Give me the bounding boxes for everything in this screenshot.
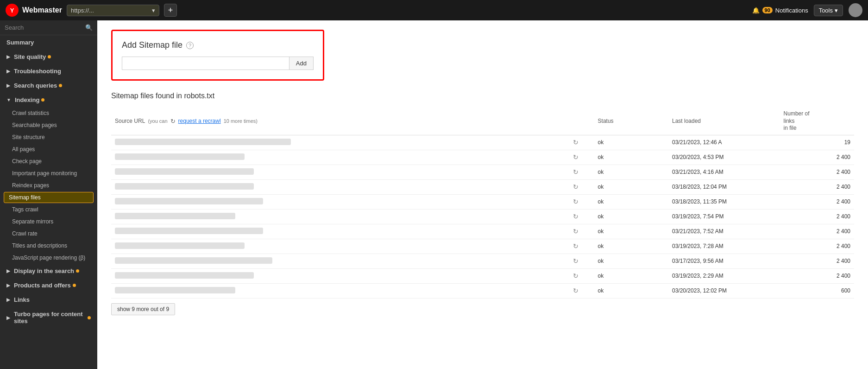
- add-label: Add: [296, 60, 307, 67]
- search-input[interactable]: [5, 24, 82, 31]
- sidebar-item-important-page[interactable]: Important page monitoring: [0, 167, 97, 179]
- reload-icon[interactable]: ↻: [573, 287, 579, 294]
- sidebar-item-titles-descriptions[interactable]: Titles and descriptions: [0, 240, 97, 252]
- status-cell: ok: [594, 239, 668, 254]
- reload-cell[interactable]: ↻: [557, 135, 594, 150]
- sidebar-search-area: 🔍: [0, 20, 97, 35]
- sidebar-item-label: Turbo pages for content sites: [14, 311, 86, 324]
- source-url-label: Source URL: [115, 118, 145, 124]
- section-title: Sitemap files found in robots.txt: [111, 92, 854, 100]
- sidebar-item-label: Search queries: [14, 82, 57, 89]
- last-loaded-cell: 03/19/2023, 7:28 AM: [668, 239, 780, 254]
- sidebar-item-display-in-search[interactable]: ▶ Display in the search: [0, 264, 97, 278]
- show-more-label: show 9 more out of 9: [117, 306, 169, 312]
- show-more-button[interactable]: show 9 more out of 9: [111, 303, 175, 315]
- info-icon[interactable]: ?: [186, 42, 194, 49]
- sidebar-item-crawl-rate[interactable]: Crawl rate: [0, 228, 97, 240]
- sidebar-item-label: Check page: [12, 158, 42, 165]
- reload-icon[interactable]: ↻: [573, 242, 579, 250]
- reload-icon[interactable]: ↻: [573, 228, 579, 235]
- last-loaded-cell: 03/18/2023, 12:04 PM: [668, 179, 780, 194]
- refresh-icon: ↻: [170, 118, 176, 125]
- url-cell: [111, 239, 557, 254]
- reload-icon[interactable]: ↻: [573, 198, 579, 205]
- table-row: ↻ok03/18/2023, 12:04 PM2 400: [111, 179, 854, 194]
- sidebar-item-turbo-pages[interactable]: ▶ Turbo pages for content sites: [0, 307, 97, 328]
- last-loaded-cell: 03/21/2023, 4:16 AM: [668, 165, 780, 179]
- sidebar-item-label: Reindex pages: [12, 182, 49, 189]
- reload-cell[interactable]: ↻: [557, 209, 594, 224]
- reload-cell[interactable]: ↻: [557, 150, 594, 165]
- sidebar-item-label: Separate mirrors: [12, 218, 53, 225]
- last-loaded-cell: 03/21/2023, 7:52 AM: [668, 224, 780, 239]
- sidebar-item-indexing[interactable]: ▼ Indexing: [0, 93, 97, 107]
- dot-indicator: [41, 98, 44, 102]
- url-cell: [111, 194, 557, 209]
- sidebar-item-links[interactable]: ▶ Links: [0, 293, 97, 307]
- last-loaded-cell: 03/19/2023, 7:54 PM: [668, 209, 780, 224]
- table-row: ↻ok03/21/2023, 7:52 AM2 400: [111, 224, 854, 239]
- sidebar-item-label: Sitemap files: [9, 194, 41, 201]
- status-cell: ok: [594, 254, 668, 268]
- table-row: ↻ok03/21/2023, 12:46 A19: [111, 135, 854, 150]
- notifications-button[interactable]: 🔔 90 Notifications: [752, 7, 808, 14]
- reload-cell[interactable]: ↻: [557, 194, 594, 209]
- sidebar-item-label: Important page monitoring: [12, 170, 77, 177]
- reload-icon[interactable]: ↻: [573, 213, 579, 220]
- topbar: Y Webmaster https://... ▾ + 🔔 90 Notific…: [0, 0, 868, 20]
- sidebar-item-tags-crawl[interactable]: Tags crawl: [0, 204, 97, 216]
- dot-indicator: [88, 316, 91, 319]
- reload-cell[interactable]: ↻: [557, 179, 594, 194]
- reload-icon[interactable]: ↻: [573, 153, 579, 161]
- reload-icon[interactable]: ↻: [573, 183, 579, 191]
- reload-cell[interactable]: ↻: [557, 254, 594, 268]
- notifications-label: Notifications: [775, 7, 808, 14]
- sidebar-item-all-pages[interactable]: All pages: [0, 143, 97, 155]
- logo-icon: Y: [6, 4, 19, 17]
- sidebar-item-label: Products and offers: [14, 282, 71, 289]
- reload-cell[interactable]: ↻: [557, 165, 594, 179]
- status-cell: ok: [594, 268, 668, 283]
- reload-cell[interactable]: ↻: [557, 283, 594, 298]
- status-cell: ok: [594, 165, 668, 179]
- add-sitemap-button[interactable]: Add: [289, 57, 314, 70]
- url-cell: [111, 283, 557, 298]
- reload-icon[interactable]: ↻: [573, 257, 579, 265]
- sidebar-item-check-page[interactable]: Check page: [0, 155, 97, 167]
- add-sitemap-label: Add Sitemap file: [122, 40, 182, 50]
- reload-icon[interactable]: ↻: [573, 168, 579, 176]
- reload-cell[interactable]: ↻: [557, 239, 594, 254]
- sidebar-item-site-structure[interactable]: Site structure: [0, 131, 97, 143]
- last-loaded-cell: 03/17/2023, 9:56 AM: [668, 254, 780, 268]
- sidebar-item-js-rendering[interactable]: JavaScript page rendering (β): [0, 252, 97, 264]
- add-site-button[interactable]: +: [164, 4, 177, 17]
- sidebar-item-searchable-pages[interactable]: Searchable pages: [0, 119, 97, 131]
- sidebar-item-products-offers[interactable]: ▶ Products and offers: [0, 278, 97, 293]
- sidebar-item-label: Summary: [6, 39, 34, 46]
- reload-icon[interactable]: ↻: [573, 139, 579, 146]
- sidebar-item-site-quality[interactable]: ▶ Site quality: [0, 50, 97, 64]
- recrawl-link[interactable]: request a recrawl: [178, 118, 221, 124]
- source-url-column-header: Source URL (you can ↻ request a recrawl …: [111, 108, 557, 135]
- tools-button[interactable]: Tools ▾: [814, 5, 843, 16]
- sidebar-item-separate-mirrors[interactable]: Separate mirrors: [0, 216, 97, 228]
- reload-cell[interactable]: ↻: [557, 268, 594, 283]
- num-links-cell: 2 400: [780, 179, 854, 194]
- reload-cell[interactable]: ↻: [557, 224, 594, 239]
- url-selector[interactable]: https://... ▾: [67, 5, 159, 16]
- sidebar-item-crawl-statistics[interactable]: Crawl statistics: [0, 107, 97, 119]
- topbar-right: 🔔 90 Notifications Tools ▾: [752, 3, 862, 17]
- avatar[interactable]: [849, 3, 862, 17]
- sidebar-item-reindex-pages[interactable]: Reindex pages: [0, 179, 97, 191]
- url-cell: [111, 179, 557, 194]
- table-row: ↻ok03/20/2023, 12:02 PM600: [111, 283, 854, 298]
- status-cell: ok: [594, 179, 668, 194]
- url-cell: [111, 165, 557, 179]
- sitemap-url-input[interactable]: [122, 57, 289, 70]
- sidebar-item-summary[interactable]: Summary: [0, 35, 97, 50]
- reload-icon[interactable]: ↻: [573, 272, 579, 280]
- sidebar-item-label: Crawl rate: [12, 230, 38, 237]
- sidebar-item-search-queries[interactable]: ▶ Search queries: [0, 78, 97, 93]
- sidebar-item-troubleshooting[interactable]: ▶ Troubleshooting: [0, 64, 97, 78]
- sidebar-item-sitemap-files[interactable]: Sitemap files: [4, 192, 94, 203]
